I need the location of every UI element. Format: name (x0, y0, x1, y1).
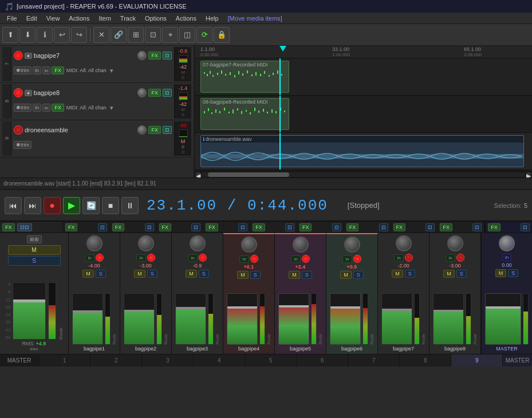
ch-io-btn-8[interactable]: ⊡ (425, 223, 435, 231)
track-trim-8[interactable]: ✱trim (14, 104, 31, 112)
ch-in-btn-4[interactable]: in (239, 255, 249, 263)
menu-actions2[interactable]: Actions (171, 13, 201, 24)
ch-fader-1[interactable] (72, 293, 103, 345)
ch-fader-handle-7[interactable] (382, 309, 412, 311)
ch-m-btn-5[interactable]: M (289, 271, 300, 279)
ch-num-1[interactable]: 1 (39, 354, 90, 366)
ch-fx-btn-6[interactable]: FX (300, 223, 312, 231)
ch-io-btn-4[interactable]: ⊡ (238, 223, 247, 231)
ch-fx-btn-3[interactable]: FX (159, 223, 172, 231)
master-main-fader[interactable] (485, 293, 521, 345)
ch-rec-5[interactable] (302, 255, 310, 263)
ch-fader-handle-8[interactable] (434, 310, 463, 312)
master-knob[interactable] (499, 235, 515, 251)
toolbar-btn-loop[interactable]: ⟳ (196, 27, 212, 43)
track-expand-8[interactable]: ▼ (109, 105, 115, 111)
ch-route-2[interactable]: Route (164, 334, 168, 345)
transport-pause[interactable]: ⏸ (121, 197, 139, 214)
tracks-canvas[interactable]: 07-bagpipe7-Recorded MIDI (195, 58, 532, 171)
menu-view[interactable]: View (42, 13, 65, 24)
ch-route-3[interactable]: Route (215, 334, 219, 345)
ch-io-btn-3[interactable]: ⊡ (191, 223, 200, 231)
ch-num-7[interactable]: 7 (348, 354, 400, 366)
toolbar-btn-6[interactable]: ◫ (179, 27, 195, 43)
transport-stop[interactable]: ■ (102, 197, 119, 214)
toolbar-btn-snap[interactable]: ⊡ (145, 27, 161, 43)
ch-fader-6[interactable] (330, 293, 361, 345)
ch-num-3[interactable]: 3 (142, 354, 194, 366)
ch-num-9[interactable]: 9 (451, 354, 503, 366)
transport-play[interactable]: ▶ (63, 197, 80, 214)
ch-route-7[interactable]: Route (421, 334, 425, 345)
master-s-btn[interactable]: S (8, 256, 61, 266)
ch-s-btn-6[interactable]: S (353, 271, 364, 279)
ch-io-btn-1[interactable]: ⊡ (98, 223, 107, 231)
ch-m-btn-4[interactable]: M (237, 271, 249, 279)
toolbar-btn-1[interactable]: ⬆ (2, 27, 18, 43)
ch-fx-btn-1[interactable]: FX (65, 223, 78, 231)
master-fader[interactable] (13, 282, 46, 340)
ch-s-btn-3[interactable]: S (199, 270, 209, 278)
ch-fx-btn-2[interactable]: FX (112, 223, 125, 231)
menu-move-media[interactable]: [Move media items] (223, 13, 287, 24)
transport-prev[interactable]: ⏭ (24, 197, 41, 214)
ch-route-8[interactable]: Route (473, 334, 477, 345)
master-io-btn[interactable]: ⊡ (521, 223, 530, 231)
ch-fx-btn-9[interactable]: FX (440, 223, 452, 231)
toolbar-btn-redo[interactable]: ↪ (71, 27, 87, 43)
ch-knob-2[interactable] (138, 235, 154, 251)
track-in-7[interactable]: in (33, 66, 41, 74)
ch-io-btn-5[interactable]: ⊡ (285, 223, 294, 231)
ch-fader-3[interactable] (175, 293, 206, 345)
toolbar-btn-2[interactable]: ⬇ (19, 27, 36, 43)
ch-io-btn-7[interactable]: ⊡ (379, 223, 388, 231)
track-trim-7[interactable]: ✱trim (14, 66, 31, 74)
menu-options[interactable]: Options (140, 13, 171, 24)
ch-fader-handle-6[interactable] (330, 306, 360, 309)
ch-s-btn-5[interactable]: S (302, 271, 312, 279)
ch-fader-handle-3[interactable] (176, 307, 206, 309)
track-trim-9[interactable]: ✱trim (14, 141, 31, 149)
scroll-left-btn[interactable]: ◀ (196, 172, 200, 177)
ch-fader-8[interactable] (433, 293, 464, 345)
transport-record[interactable]: ● (44, 197, 61, 214)
ch-m-btn-8[interactable]: M (443, 270, 455, 278)
track-io-btn-9[interactable]: ⊡ (163, 126, 172, 134)
ch-rec-3[interactable] (199, 254, 207, 262)
ch-fader-handle-5[interactable] (279, 305, 309, 307)
ch-in-btn-2[interactable]: in (136, 254, 145, 262)
ch-fx-btn-5[interactable]: FX (253, 223, 265, 231)
ch-io-btn-9[interactable]: ⊡ (472, 223, 482, 231)
track-expand-7[interactable]: ▼ (109, 68, 115, 74)
ch-knob-6[interactable] (344, 236, 360, 253)
ch-rec-8[interactable] (456, 254, 464, 262)
ch-s-btn-1[interactable]: S (96, 270, 106, 278)
ch-fader-handle-2[interactable] (124, 310, 154, 312)
track-lane-9[interactable]: ℹ droneensamble.wav (195, 133, 532, 170)
ch-knob-1[interactable] (86, 235, 103, 251)
ch-knob-8[interactable] (447, 235, 463, 251)
ch-s-btn-7[interactable]: S (405, 270, 415, 278)
ch-fader-7[interactable] (381, 293, 412, 345)
ch-fx-btn-8[interactable]: FX (393, 223, 406, 231)
track-fx-btn-9[interactable]: FX (148, 126, 161, 134)
ch-s-btn-4[interactable]: S (250, 271, 261, 279)
ch-rec-7[interactable] (405, 254, 413, 262)
ch-m-btn-6[interactable]: M (340, 271, 352, 279)
track-vol-knob-9[interactable] (137, 125, 147, 135)
ch-in-btn-7[interactable]: in (394, 254, 403, 262)
ch-rec-1[interactable] (96, 254, 104, 262)
master-m-btn2[interactable]: M (495, 269, 507, 277)
toolbar-btn-cursor[interactable]: ✕ (93, 27, 109, 43)
track-rec-btn-7[interactable] (14, 51, 23, 60)
ch-knob-5[interactable] (293, 236, 309, 253)
ch-num-6[interactable]: 6 (297, 354, 348, 366)
scroll-track[interactable] (202, 172, 525, 177)
ch-route-1[interactable]: Route (112, 334, 116, 345)
ch-io-btn-6[interactable]: ⊡ (332, 223, 341, 231)
ch-fader-handle-4[interactable] (227, 306, 257, 309)
ch-s-btn-2[interactable]: S (147, 270, 157, 278)
ch-fader-handle-1[interactable] (73, 310, 103, 313)
toolbar-btn-grid[interactable]: ⊞ (128, 27, 144, 43)
master-fader-handle[interactable] (13, 299, 45, 302)
